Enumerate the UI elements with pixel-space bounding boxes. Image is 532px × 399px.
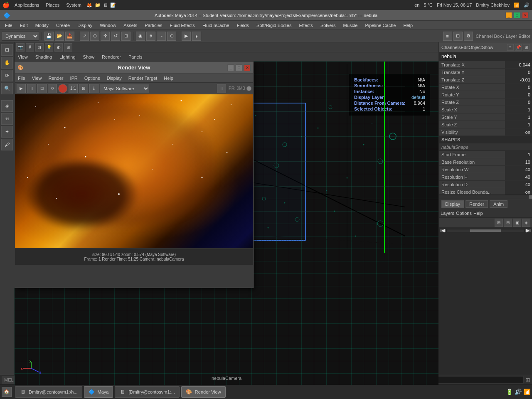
rv-ipr-btn[interactable]: ⏸ — [27, 84, 36, 93]
cb-value-rotate-y[interactable]: 0 — [505, 91, 532, 98]
cb-value-resize-closed[interactable]: on — [505, 188, 532, 195]
rv-color-btn[interactable] — [58, 84, 67, 93]
tray-icon-1[interactable]: 🔋 — [506, 389, 513, 395]
cb-channels-tab[interactable]: Channels — [441, 45, 461, 50]
channel-box-toggle[interactable]: ≡ — [443, 32, 452, 41]
taskbar-item-render[interactable]: 🎨 Render View — [181, 386, 226, 398]
vp-shadow-btn[interactable]: ◐ — [54, 43, 63, 52]
cb-layer-options-btn[interactable]: ◈ — [522, 219, 530, 227]
cb-value-scale-x[interactable]: 1 — [505, 106, 532, 113]
menu-solvers[interactable]: Solvers — [317, 22, 339, 29]
cb-row-res-h[interactable]: Resolution H 40 — [439, 173, 532, 181]
snap-curve-btn[interactable]: ~ — [157, 32, 166, 41]
rv-options-menu[interactable]: Options — [83, 76, 101, 81]
cb-value-rotate-x[interactable]: 0 — [505, 84, 532, 91]
move-btn[interactable]: ✛ — [101, 32, 110, 41]
vp-panels-menu[interactable]: Panels — [127, 54, 144, 59]
cb-help-label[interactable]: Help — [473, 211, 483, 216]
vp-lighting-menu[interactable]: Lighting — [58, 54, 77, 59]
rv-help-menu[interactable]: Help — [163, 76, 175, 81]
open-btn[interactable]: 📂 — [55, 32, 64, 41]
applications-menu[interactable]: Applications — [13, 2, 41, 7]
rv-render-menu[interactable]: Render — [47, 76, 64, 81]
menu-help[interactable]: Help — [400, 22, 416, 29]
cb-row-scale-y[interactable]: Scale Y 1 — [439, 113, 532, 121]
taskbar-item-maya[interactable]: 🔷 Maya — [84, 386, 113, 398]
rv-maximize-btn[interactable]: □ — [236, 64, 242, 71]
cb-row-translate-y[interactable]: Translate Y 0 — [439, 69, 532, 76]
pan-btn[interactable]: ✋ — [1, 57, 13, 69]
cb-render-tab[interactable]: Render — [466, 200, 488, 208]
viewport[interactable]: Backfaces: N/A Smoothness: N/A Instance:… — [15, 62, 438, 385]
menu-soft-rigid[interactable]: Soft/Rigid Bodies — [253, 22, 295, 29]
cb-layer-add-btn[interactable]: ⊞ — [495, 219, 503, 227]
cb-row-scale-x[interactable]: Scale X 1 — [439, 106, 532, 113]
maximize-button[interactable]: □ — [514, 12, 520, 19]
menu-fields[interactable]: Fields — [234, 22, 252, 29]
menu-display[interactable]: Display — [74, 22, 96, 29]
cb-row-res-w[interactable]: Resolution W 40 — [439, 166, 532, 173]
cb-scroll-track[interactable] — [446, 229, 525, 232]
cb-pin-btn[interactable]: 📌 — [515, 44, 522, 51]
zoom-btn[interactable]: 🔍 — [1, 83, 13, 94]
vp-grid-btn[interactable]: # — [26, 43, 34, 52]
cb-layer-remove-btn[interactable]: ⊟ — [504, 219, 512, 227]
sculpt-btn[interactable]: ✦ — [1, 126, 13, 138]
cb-anim-tab[interactable]: Anim — [490, 200, 507, 208]
vp-view-menu[interactable]: View — [16, 54, 30, 59]
cb-value-rotate-z[interactable]: 0 — [505, 99, 532, 106]
render-all-btn[interactable]: ⏵ — [192, 32, 201, 41]
component-btn[interactable]: ◈ — [1, 100, 13, 112]
rv-pause-btn[interactable]: ⏸ — [217, 84, 226, 93]
cb-value-scale-y[interactable]: 1 — [505, 113, 532, 121]
cb-row-base-res[interactable]: Base Resolution 10 — [439, 158, 532, 166]
vp-cam-btn[interactable]: 📷 — [16, 43, 25, 52]
attr-editor-toggle[interactable]: ⊟ — [453, 32, 463, 41]
vp-uv-btn[interactable]: ⊞ — [64, 43, 72, 52]
rotate-btn[interactable]: ↺ — [111, 32, 120, 41]
cb-ae-btn[interactable]: ⊞ — [523, 44, 530, 51]
rv-fit-btn[interactable]: ⊞ — [79, 84, 88, 93]
paint-btn[interactable]: 🖌 — [1, 139, 13, 150]
orbit-btn[interactable]: ⟳ — [1, 70, 13, 81]
tool-settings-toggle[interactable]: ⚙ — [464, 32, 473, 41]
menu-pipeline[interactable]: Pipeline Cache — [362, 22, 399, 29]
rv-close-btn[interactable]: ✕ — [244, 64, 251, 71]
cb-row-start-frame[interactable]: Start Frame 1 — [439, 151, 532, 158]
taskbar-item-terminal2[interactable]: 🖥 [Dmitry@contosvm1:... — [115, 386, 179, 398]
cb-row-rotate-y[interactable]: Rotate Y 0 — [439, 91, 532, 99]
cb-value-res-d[interactable]: 40 — [505, 181, 532, 188]
rv-display-menu[interactable]: Display — [106, 76, 123, 81]
rv-redo-btn[interactable]: ↺ — [48, 84, 57, 93]
cb-value-scale-z[interactable]: 1 — [505, 121, 532, 128]
taskbar-start-btn[interactable]: 🏠 — [2, 387, 12, 397]
rv-ratio-btn[interactable]: 1:1 — [69, 84, 78, 93]
menu-fluid-ncache[interactable]: Fluid nCache — [199, 22, 233, 29]
cb-vertical-scrollbar[interactable] — [439, 195, 532, 199]
terminal-icon[interactable]: 🖥 — [103, 2, 108, 7]
menu-modify[interactable]: Modify — [32, 22, 52, 29]
cb-value-translate-y[interactable]: 0 — [505, 69, 532, 76]
cb-scroll-right-btn[interactable]: ▶ — [525, 229, 531, 232]
vp-lights-btn[interactable]: 💡 — [45, 43, 53, 52]
cb-value-res-h[interactable]: 40 — [505, 173, 532, 180]
cb-horizontal-scrollbar[interactable]: ◀ ▶ — [439, 228, 532, 233]
cb-row-resize-closed[interactable]: Resize Closed Bounda... on — [439, 188, 532, 195]
vp-renderer-menu[interactable]: Renderer — [100, 54, 123, 59]
snap-point-btn[interactable]: ⊕ — [167, 32, 176, 41]
cb-layer-select-btn[interactable]: ▣ — [513, 219, 521, 227]
apple-menu-icon[interactable]: 🍎 — [2, 2, 10, 8]
import-btn[interactable]: 📥 — [65, 32, 74, 41]
rv-file-menu[interactable]: File — [17, 76, 27, 81]
cb-options-label[interactable]: Options — [456, 211, 472, 216]
cb-options-btn[interactable]: ≡ — [507, 44, 514, 51]
render-current-btn[interactable]: ▶ — [182, 32, 191, 41]
rv-render-target-menu[interactable]: Render Target — [127, 76, 159, 81]
render-view-title-bar[interactable]: 🎨 Render View _ □ ✕ — [15, 62, 253, 74]
firefox-icon[interactable]: 🦊 — [86, 2, 92, 8]
mel-expand-btn[interactable]: ⊞ — [525, 377, 530, 383]
rv-render-btn[interactable]: ▶ — [17, 84, 26, 93]
rv-ipr-menu[interactable]: IPR — [69, 76, 79, 81]
cb-row-translate-z[interactable]: Translate Z -0.01 — [439, 76, 532, 84]
menu-file[interactable]: File — [2, 22, 16, 29]
